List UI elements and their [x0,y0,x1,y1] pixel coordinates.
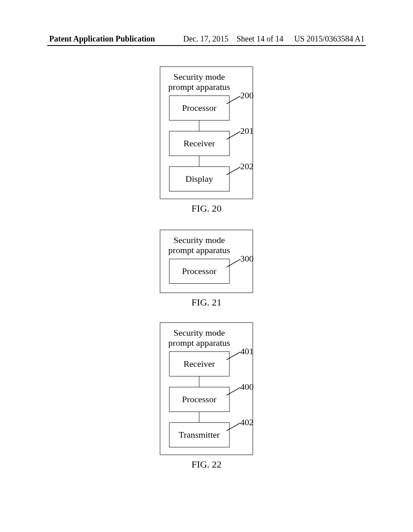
receiver-block: Receiver [169,131,229,156]
connector [199,376,199,387]
svg-line-3 [227,259,241,267]
title-line-2: prompt apparatus [168,245,230,255]
figure-21: Security mode prompt apparatus Processor… [160,230,253,308]
connector [199,156,199,166]
lead-line-icon [227,423,241,431]
apparatus-title: Security mode prompt apparatus [168,328,230,348]
component-receiver: Receiver [168,131,230,156]
receiver-block: Receiver [169,351,229,376]
component-processor: Processor [168,259,230,284]
lead-line-icon [227,387,241,395]
lead-line-icon [227,352,241,360]
sheet-number: Sheet 14 of 14 [236,34,283,43]
publication-date-sheet: Dec. 17, 2015 Sheet 14 of 14 [155,34,294,44]
header-rule [47,45,366,46]
refnum-400: 400 [240,382,254,392]
svg-line-0 [227,96,241,104]
apparatus-box-fig21: Security mode prompt apparatus Processor… [160,230,253,293]
figure-caption-21: FIG. 21 [160,297,253,308]
publication-label: Patent Application Publication [49,34,155,44]
title-line-2: prompt apparatus [168,82,230,92]
svg-line-4 [227,352,241,360]
apparatus-title: Security mode prompt apparatus [168,235,230,256]
figure-caption-20: FIG. 20 [160,203,253,214]
title-line-2: prompt apparatus [168,338,230,348]
processor-block: Processor [169,387,229,412]
component-receiver: Receiver [168,351,230,376]
refnum-402: 402 [240,417,254,428]
title-line-1: Security mode [173,235,225,245]
display-block: Display [169,166,229,191]
lead-line-icon [227,96,241,104]
processor-block: Processor [169,259,229,284]
refnum-200: 200 [240,90,254,101]
figure-caption-22: FIG. 22 [160,459,253,470]
svg-line-5 [227,387,241,395]
refnum-201: 201 [240,126,254,136]
component-processor: Processor [168,387,230,412]
apparatus-box-fig22: Security mode prompt apparatus Receiver … [160,322,253,455]
component-display: Display [168,166,230,191]
processor-block: Processor [169,96,229,121]
figure-20: Security mode prompt apparatus Processor… [160,66,253,214]
lead-line-icon [227,259,241,267]
apparatus-title: Security mode prompt apparatus [168,72,230,92]
page-header: Patent Application Publication Dec. 17, … [0,34,413,44]
publication-date: Dec. 17, 2015 [183,34,228,43]
component-transmitter: Transmitter [168,422,230,447]
svg-line-2 [227,167,241,175]
figure-22: Security mode prompt apparatus Receiver … [160,322,253,470]
connector [199,121,199,131]
svg-line-6 [227,423,241,431]
lead-line-icon [227,167,241,175]
apparatus-box-fig20: Security mode prompt apparatus Processor… [160,66,253,199]
transmitter-block: Transmitter [169,422,229,447]
svg-line-1 [227,131,241,139]
refnum-202: 202 [240,161,254,172]
component-processor: Processor [168,96,230,121]
lead-line-icon [227,131,241,139]
refnum-300: 300 [240,254,254,264]
title-line-1: Security mode [173,72,225,82]
publication-number: US 2015/0363584 A1 [294,34,365,44]
refnum-401: 401 [240,346,254,357]
title-line-1: Security mode [173,328,225,338]
connector [199,412,199,422]
